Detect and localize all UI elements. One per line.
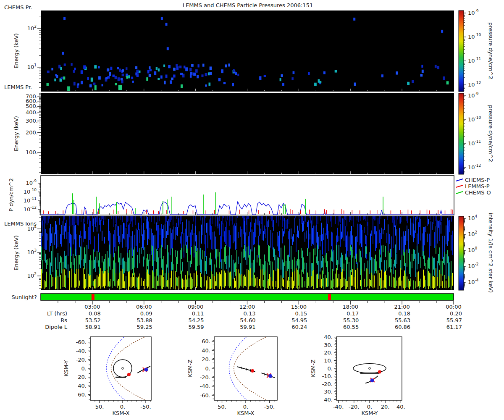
- cell: [138, 277, 139, 290]
- y-tick-label: 40.: [324, 334, 333, 340]
- cell: [226, 216, 226, 222]
- cell: [98, 76, 101, 79]
- cell: [184, 66, 185, 68]
- cell: [437, 277, 438, 286]
- cell: [51, 274, 52, 287]
- cell: [118, 279, 119, 286]
- cell: [180, 73, 183, 75]
- cell: [339, 216, 340, 222]
- lemms-chems-figure: LEMMS and CHEMS Particle Pressures 2006:…: [0, 0, 504, 420]
- cell: [144, 230, 145, 240]
- cell: [94, 279, 95, 288]
- cell: [73, 254, 74, 265]
- cell: [151, 245, 152, 251]
- cell: [192, 279, 193, 288]
- y-tick-label: -40.: [322, 396, 333, 403]
- cell: [234, 278, 235, 288]
- y-tick-label: -20.: [322, 381, 333, 387]
- cell: [415, 254, 416, 277]
- feature-cell: [323, 71, 326, 74]
- cell: [184, 244, 184, 251]
- cell: [100, 216, 100, 225]
- cell: [61, 77, 63, 79]
- cell: [347, 231, 348, 251]
- feature-cell: [63, 17, 66, 20]
- colorbar-tick-label: 10-12: [468, 163, 481, 171]
- cell: [226, 222, 227, 246]
- colorbar-tick-label: 102: [468, 230, 477, 237]
- cell: [95, 257, 96, 272]
- cell: [244, 275, 245, 286]
- cell: [229, 247, 230, 268]
- cell: [339, 236, 339, 241]
- y-tick-label: 0.: [328, 365, 333, 372]
- lt-value: 0.17: [346, 310, 359, 317]
- cell: [246, 216, 247, 225]
- cell: [220, 274, 221, 286]
- cell: [223, 216, 224, 218]
- cell: [446, 281, 446, 288]
- cell: [157, 251, 158, 276]
- cell: [311, 276, 312, 286]
- cell: [233, 69, 235, 72]
- cell: [402, 237, 402, 258]
- cell: [235, 262, 236, 276]
- orbit-frame: [90, 337, 151, 400]
- cell: [291, 277, 291, 288]
- blue-dot-marker: [370, 378, 374, 382]
- cell: [316, 275, 317, 288]
- planet-marker: [369, 368, 371, 370]
- dipole-value: 59.91: [240, 324, 255, 330]
- cell: [221, 259, 222, 268]
- cell: [404, 252, 405, 266]
- cell: [44, 280, 45, 289]
- cell: [81, 70, 83, 74]
- cell: [368, 269, 368, 286]
- spectrogram-panels: [41, 10, 454, 290]
- cell: [425, 280, 426, 289]
- cell: [425, 226, 426, 232]
- cell: [248, 270, 249, 289]
- cell: [364, 227, 365, 233]
- cell: [396, 216, 396, 226]
- cell: [166, 216, 167, 222]
- cell: [326, 278, 327, 286]
- cell: [186, 279, 187, 289]
- cell: [344, 218, 344, 241]
- cell: [173, 68, 176, 71]
- cell: [156, 67, 158, 70]
- cell: [349, 277, 349, 290]
- x-tick-label: 0.: [367, 404, 372, 410]
- cell: [279, 231, 280, 257]
- cell: [316, 216, 317, 225]
- cell: [45, 216, 46, 223]
- cell: [210, 66, 212, 70]
- cell: [170, 216, 171, 222]
- cell: [107, 251, 108, 268]
- cell: [185, 229, 186, 246]
- cell: [155, 276, 155, 289]
- cell: [210, 72, 212, 75]
- cell: [46, 233, 47, 249]
- cell: [71, 63, 72, 66]
- cell: [116, 216, 117, 226]
- cell: [434, 258, 435, 276]
- cell: [447, 250, 448, 263]
- cell: [314, 83, 317, 86]
- cell: [122, 234, 123, 247]
- legend-swatch-lemms-p: [456, 185, 463, 187]
- pressure-colorbar-2: [459, 93, 464, 174]
- cell: [333, 250, 334, 271]
- cell: [210, 279, 211, 289]
- cell: [76, 216, 76, 223]
- cell: [253, 273, 254, 287]
- cell: [322, 256, 323, 267]
- cell: [376, 231, 377, 248]
- plot-page: LEMMS and CHEMS Particle Pressures 2006:…: [0, 0, 504, 420]
- cell: [110, 279, 111, 286]
- cell: [93, 218, 94, 232]
- cell: [419, 281, 420, 288]
- cell: [403, 249, 404, 255]
- cell: [177, 278, 178, 286]
- cell: [252, 229, 252, 251]
